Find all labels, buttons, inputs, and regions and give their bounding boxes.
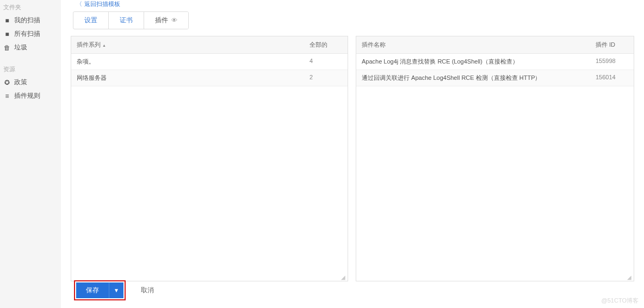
table-row[interactable]: 网络服务器2 (71, 70, 348, 86)
cancel-button[interactable]: 取消 (141, 286, 154, 295)
trash-icon: 🗑 (3, 44, 11, 52)
sidebar: 文件夹 ■我的扫描■所有扫描🗑垃圾 资源 ✪政策≡插件规则 (0, 0, 61, 308)
sidebar-item-label: 政策 (14, 78, 27, 87)
col-plugin-id[interactable]: 插件 ID (590, 36, 634, 53)
plugin-name: Apache Log4j 消息查找替换 RCE (Log4Shell)（直接检查… (356, 54, 590, 70)
sidebar-item-label: 我的扫描 (14, 16, 40, 25)
eye-icon: 👁 (171, 17, 177, 23)
table-row[interactable]: 杂项。4 (71, 54, 348, 70)
save-button[interactable]: 保存 (76, 282, 109, 298)
col-plugin-family[interactable]: 插件系列▲ (71, 36, 304, 53)
plugin-list: Apache Log4j 消息查找替换 RCE (Log4Shell)（直接检查… (356, 54, 634, 281)
sidebar-item-trash[interactable]: 🗑垃圾 (0, 41, 61, 54)
plugin-id: 155998 (590, 54, 634, 70)
table-row[interactable]: Apache Log4j 消息查找替换 RCE (Log4Shell)（直接检查… (356, 54, 634, 70)
sidebar-item-rules[interactable]: ≡插件规则 (0, 89, 61, 103)
resize-handle-icon: ◢ (341, 274, 346, 280)
col-plugin-name[interactable]: 插件名称 (356, 36, 590, 53)
main-content: 〈 返回扫描模板 设置证书插件👁 插件系列▲ 全部的 杂项。4网络服务器2◢ 插… (61, 0, 644, 308)
tab-插件[interactable]: 插件👁 (144, 12, 188, 29)
save-dropdown-button[interactable]: ▼ (109, 282, 123, 298)
col-total[interactable]: 全部的 (304, 36, 348, 53)
rules-icon: ≡ (3, 92, 11, 100)
my-scans-icon: ■ (3, 17, 11, 24)
plugin-name: 通过回调关联进行 Apache Log4Shell RCE 检测（直接检查 HT… (356, 70, 590, 86)
plugin-id: 156014 (590, 70, 634, 86)
watermark: @51CTO博客 (602, 297, 639, 305)
panels: 插件系列▲ 全部的 杂项。4网络服务器2◢ 插件名称 插件 ID Apache … (71, 36, 634, 273)
plugin-list-panel: 插件名称 插件 ID Apache Log4j 消息查找替换 RCE (Log4… (356, 36, 634, 281)
sort-indicator-icon: ▲ (102, 43, 106, 47)
save-highlight: 保存 ▼ (74, 280, 126, 300)
chevron-left-icon: 〈 (76, 0, 82, 8)
policy-icon: ✪ (3, 79, 11, 86)
plugin-family-name: 网络服务器 (71, 70, 304, 86)
table-row[interactable]: 通过回调关联进行 Apache Log4Shell RCE 检测（直接检查 HT… (356, 70, 634, 86)
all-scans-icon: ■ (3, 30, 11, 38)
sidebar-item-all-scans[interactable]: ■所有扫描 (0, 27, 61, 41)
plugin-family-count: 4 (304, 54, 348, 70)
plugin-family-list: 杂项。4网络服务器2◢ (71, 54, 348, 281)
back-link[interactable]: 〈 返回扫描模板 (71, 0, 634, 11)
sidebar-group-resources: 资源 (0, 62, 61, 76)
tab-设置[interactable]: 设置 (73, 12, 109, 29)
plugin-family-header: 插件系列▲ 全部的 (71, 36, 348, 54)
resize-handle-icon: ◢ (627, 274, 633, 280)
sidebar-item-label: 垃圾 (14, 43, 27, 52)
tab-bar: 设置证书插件👁 (73, 11, 189, 29)
sidebar-item-my-scans[interactable]: ■我的扫描 (0, 14, 61, 27)
sidebar-item-policy[interactable]: ✪政策 (0, 76, 61, 89)
sidebar-item-label: 所有扫描 (14, 29, 40, 39)
plugin-list-header: 插件名称 插件 ID (356, 36, 634, 54)
back-link-label: 返回扫描模板 (84, 0, 120, 8)
sidebar-item-label: 插件规则 (14, 91, 40, 100)
sidebar-group-folders: 文件夹 (0, 0, 61, 14)
plugin-family-count: 2 (304, 70, 348, 86)
plugin-family-name: 杂项。 (71, 54, 304, 70)
plugin-family-panel: 插件系列▲ 全部的 杂项。4网络服务器2◢ (71, 36, 348, 281)
tab-证书[interactable]: 证书 (109, 12, 144, 29)
